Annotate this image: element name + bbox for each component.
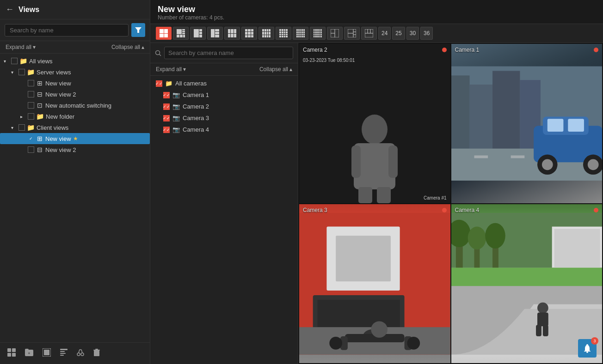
notification-button[interactable]: 3: [578, 339, 597, 358]
camera-status-dot-3: [442, 208, 447, 212]
svg-rect-52: [388, 146, 398, 178]
camera-cell-1[interactable]: Camera 1: [451, 44, 603, 203]
tree-item-label: Client views: [37, 124, 68, 131]
cam-checkbox[interactable]: ✓: [163, 127, 170, 133]
cam-item-camera3[interactable]: ✓ 📷 Camera 3: [150, 112, 298, 124]
svg-line-48: [160, 54, 161, 56]
layout-2x2-button[interactable]: [156, 27, 172, 40]
tree-item-new-view-server[interactable]: ▸ ⊞ New view: [0, 78, 150, 89]
content-area: Expand all ▾ Collapse all ▴ ✓ 📁 All came…: [150, 43, 603, 364]
tree-item-new-view-2-server[interactable]: ▸ ⊟ New view 2: [0, 89, 150, 100]
tree-checkbox[interactable]: [28, 102, 34, 109]
tree-checkbox[interactable]: [28, 91, 34, 97]
layout-3x3-button[interactable]: [241, 27, 257, 40]
svg-rect-53: [358, 187, 372, 203]
tree-checkbox[interactable]: [28, 135, 34, 142]
search-input[interactable]: [5, 24, 129, 36]
tree-item-server-views[interactable]: ▾ 📁 Server views: [0, 67, 150, 78]
svg-rect-21: [182, 29, 185, 30]
cam-item-label: Camera 2: [183, 103, 209, 110]
layout-5x4-button[interactable]: [293, 27, 308, 40]
tree-item-new-auto-server[interactable]: ▸ ⊡ New automatic switching: [0, 100, 150, 111]
tree-item-new-view-2-client[interactable]: ▸ ⊟ New view 2: [0, 144, 150, 155]
cam-item-camera2[interactable]: ✓ 📷 Camera 2: [150, 101, 298, 112]
add-folder-button[interactable]: +: [23, 347, 35, 360]
layout-25-button[interactable]: 25: [392, 27, 405, 40]
rename-button[interactable]: [58, 347, 69, 360]
camera-feed-gym: [299, 204, 450, 364]
layout-4x3-button[interactable]: [258, 27, 274, 40]
cut-button[interactable]: [75, 347, 86, 360]
tree-checkbox[interactable]: [28, 146, 34, 153]
camera-cell-3[interactable]: Camera 3: [299, 204, 450, 364]
svg-rect-73: [336, 236, 391, 281]
cam-checkbox[interactable]: ✓: [163, 103, 170, 110]
cam-checkbox[interactable]: ✓: [163, 92, 170, 98]
cam-collapse-all-link[interactable]: Collapse all ▴: [259, 66, 292, 73]
svg-rect-24: [177, 35, 179, 37]
layout-36-button[interactable]: 36: [420, 27, 433, 40]
layout-1plus5-button[interactable]: [173, 27, 189, 40]
cam-checkbox[interactable]: ✓: [163, 115, 170, 121]
layout-custom2-button[interactable]: [344, 27, 360, 40]
cam-item-all[interactable]: ✓ 📁 All cameras: [150, 78, 298, 89]
layout-2plus3-button[interactable]: [207, 27, 223, 40]
tree-checkbox[interactable]: [28, 80, 34, 86]
layout-1plus3-button[interactable]: [190, 27, 206, 40]
svg-rect-34: [215, 35, 219, 37]
cam-item-camera1[interactable]: ✓ 📷 Camera 1: [150, 89, 298, 101]
camera-feed-street: [451, 44, 603, 203]
cam-item-camera4[interactable]: ✓ 📷 Camera 4: [150, 124, 298, 135]
cam-checkbox[interactable]: ✓: [156, 80, 162, 87]
back-button[interactable]: ←: [6, 5, 14, 14]
tree-checkbox[interactable]: [18, 69, 25, 75]
folder-icon: 📁: [27, 124, 35, 131]
filter-button[interactable]: [131, 23, 145, 37]
main-content: New view Number of cameras: 4 pcs.: [150, 0, 603, 364]
svg-text:+: +: [28, 351, 30, 356]
tree-checkbox[interactable]: [18, 124, 25, 131]
tree-item-new-folder[interactable]: ▸ 📁 New folder: [0, 111, 150, 122]
tree-item-all-views[interactable]: ▾ 📁 All views: [0, 55, 150, 67]
layout-30-button[interactable]: 30: [406, 27, 419, 40]
add-view-button[interactable]: [6, 346, 18, 360]
tree-item-label: New view: [45, 135, 71, 142]
cam-item-label: Camera 3: [183, 115, 209, 121]
cam-item-label: All cameras: [175, 80, 207, 87]
svg-point-90: [485, 223, 505, 248]
svg-rect-20: [177, 29, 182, 34]
svg-point-47: [156, 50, 160, 55]
search-icon: [155, 50, 161, 56]
tree-item-client-views[interactable]: ▾ 📁 Client views: [0, 122, 150, 133]
layout-3x2-button[interactable]: [224, 27, 240, 40]
expand-collapse-row: Expand all ▾ Collapse all ▴: [0, 41, 150, 54]
collapse-all-link[interactable]: Collapse all ▴: [111, 44, 144, 50]
svg-rect-56: [451, 75, 470, 158]
camera-label-4: Camera 4: [455, 207, 480, 213]
add-auto-button[interactable]: [41, 346, 53, 360]
camera-icon: 📷: [172, 115, 180, 121]
tree-item-new-view-client[interactable]: ▸ ⊞ New view ★: [0, 133, 150, 144]
svg-rect-8: [60, 349, 68, 350]
layout-custom3-button[interactable]: [361, 27, 377, 40]
notification-badge: 3: [591, 337, 598, 345]
layout-24-button[interactable]: 24: [378, 27, 391, 40]
svg-rect-25: [180, 35, 183, 37]
svg-rect-23: [182, 33, 185, 34]
expand-all-link[interactable]: Expand all ▾: [6, 44, 36, 50]
cam-expand-all-link[interactable]: Expand all ▾: [156, 66, 186, 73]
layout-custom1-button[interactable]: [327, 27, 343, 40]
camera-search-input[interactable]: [164, 47, 293, 59]
camera-list: ✓ 📁 All cameras ✓ 📷 Camera 1 ✓: [150, 76, 298, 364]
svg-point-13: [81, 353, 84, 356]
tree-checkbox[interactable]: [28, 113, 34, 120]
svg-rect-96: [537, 312, 548, 326]
camera-cell-2[interactable]: Camera 2 03-23-2023 Tue 08:50:01 Camera …: [299, 44, 450, 203]
layout-4x4-button[interactable]: [276, 27, 291, 40]
tree-checkbox[interactable]: [11, 58, 18, 64]
delete-button[interactable]: [92, 347, 102, 360]
tree-item-label: Server views: [37, 69, 71, 76]
layout-6x4-button[interactable]: [310, 27, 326, 40]
svg-rect-33: [215, 32, 219, 34]
svg-rect-69: [474, 156, 488, 158]
